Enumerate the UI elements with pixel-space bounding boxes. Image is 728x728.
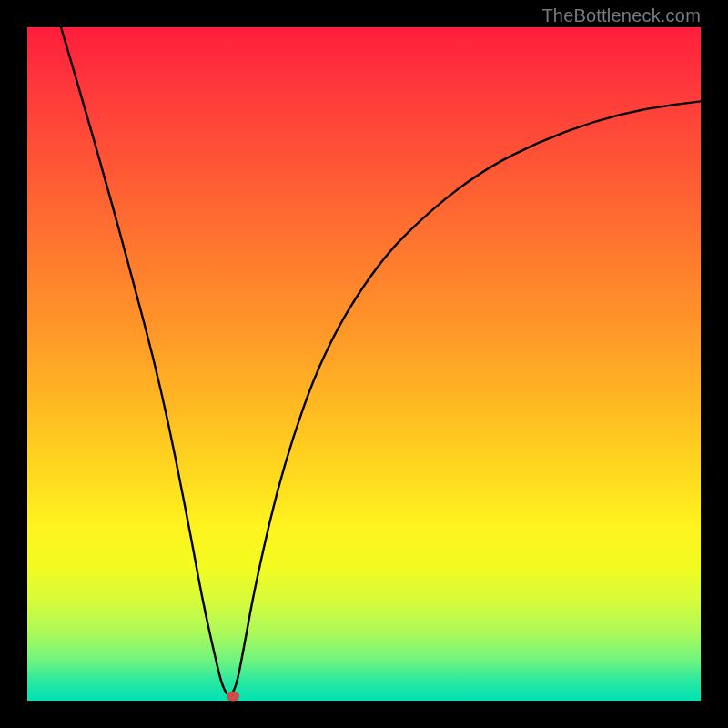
chart-stage: TheBottleneck.com (0, 0, 728, 728)
plot-area (27, 27, 701, 701)
optimum-marker (227, 691, 239, 701)
curve-layer (27, 27, 701, 701)
bottleneck-curve (61, 27, 701, 695)
watermark-text: TheBottleneck.com (541, 5, 701, 26)
